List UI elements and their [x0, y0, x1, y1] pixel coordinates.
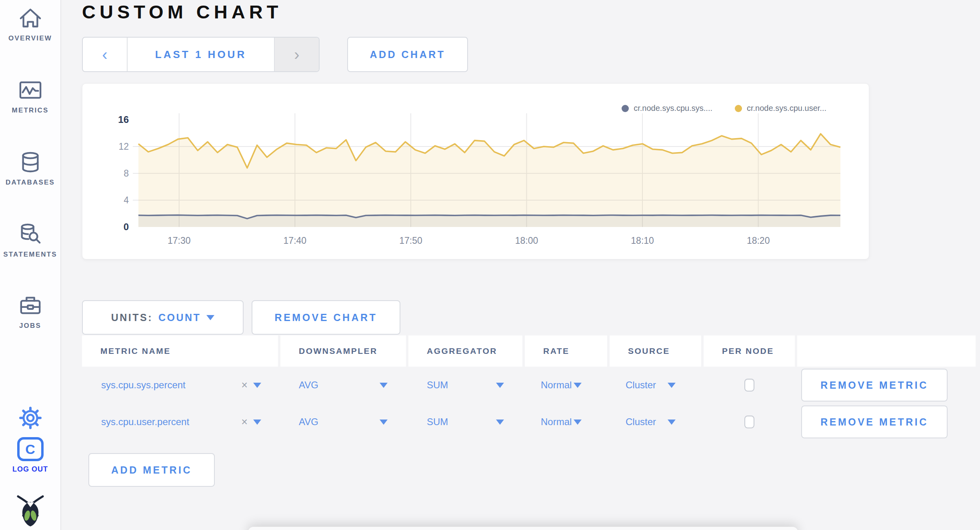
sidebar-item-statements[interactable]: STATEMENTS	[0, 223, 60, 259]
caret-down-icon	[253, 420, 261, 425]
legend-entry[interactable]: cr.node.sys.cpu.sys....	[622, 104, 712, 113]
next-chart-card-edge	[248, 527, 798, 530]
metrics-table: METRIC NAME DOWNSAMPLER AGGREGATOR RATE …	[82, 335, 976, 440]
col-header-per-node: PER NODE	[704, 335, 795, 367]
per-node-checkbox[interactable]	[744, 379, 754, 391]
logout-label: LOG OUT	[0, 465, 60, 474]
svg-text:18:10: 18:10	[631, 235, 654, 246]
svg-text:18:00: 18:00	[515, 235, 538, 246]
sidebar-item-label: METRICS	[0, 106, 60, 114]
caret-down-icon	[253, 383, 261, 388]
logo-letter: C	[25, 442, 35, 457]
remove-metric-button[interactable]: REMOVE METRIC	[801, 369, 948, 402]
svg-text:4: 4	[124, 195, 129, 205]
time-range-next-button[interactable]: ›	[274, 38, 319, 71]
sidebar-item-databases[interactable]: DATABASES	[0, 151, 60, 187]
source-dropdown[interactable]: Cluster	[610, 367, 701, 404]
col-header-aggregator: AGGREGATOR	[408, 335, 522, 367]
chart-card: cr.node.sys.cpu.sys.... cr.node.sys.cpu.…	[82, 83, 869, 259]
col-header-actions	[797, 335, 976, 367]
page-title: CUSTOM CHART	[82, 1, 282, 23]
aggregator-dropdown[interactable]: SUM	[408, 367, 522, 404]
chart-legend: cr.node.sys.cpu.sys.... cr.node.sys.cpu.…	[622, 104, 826, 113]
time-range-label: LAST 1 HOUR	[155, 48, 246, 61]
col-header-rate: RATE	[525, 335, 607, 367]
caret-down-icon	[380, 383, 388, 388]
sidebar-item-metrics[interactable]: METRICS	[0, 78, 60, 114]
metric-name: sys.cpu.sys.percent	[101, 379, 186, 391]
svg-text:0: 0	[124, 221, 129, 232]
caret-down-icon	[206, 315, 214, 320]
legend-dot	[735, 105, 742, 112]
per-node-cell	[704, 367, 795, 404]
actions-cell: REMOVE METRIC	[797, 404, 976, 440]
sidebar-item-jobs[interactable]: JOBS	[0, 294, 60, 330]
legend-label: cr.node.sys.cpu.user...	[747, 104, 826, 113]
clear-metric-icon[interactable]: ×	[241, 379, 248, 391]
legend-entry[interactable]: cr.node.sys.cpu.user...	[735, 104, 826, 113]
database-icon	[18, 151, 43, 174]
cockroach-logo[interactable]	[0, 494, 60, 528]
rate-dropdown[interactable]: Normal	[525, 404, 607, 440]
add-metric-label: ADD METRIC	[111, 464, 192, 476]
remove-chart-button[interactable]: REMOVE CHART	[252, 300, 400, 335]
svg-text:17:30: 17:30	[168, 235, 191, 246]
units-value: COUNT	[158, 312, 201, 323]
sidebar: OVERVIEW METRICS DATABASES	[0, 0, 61, 530]
remove-chart-label: REMOVE CHART	[275, 312, 378, 323]
caret-down-icon	[380, 420, 388, 425]
sidebar-item-overview[interactable]: OVERVIEW	[0, 6, 60, 42]
downsampler-dropdown[interactable]: AVG	[280, 367, 406, 404]
per-node-cell	[704, 404, 795, 440]
svg-text:16: 16	[118, 114, 129, 125]
svg-text:17:50: 17:50	[399, 235, 422, 246]
metric-name-dropdown[interactable]: sys.cpu.user.percent ×	[82, 404, 278, 440]
per-node-checkbox[interactable]	[744, 416, 754, 428]
briefcase-icon	[18, 294, 43, 317]
add-metric-button[interactable]: ADD METRIC	[88, 453, 215, 487]
chevron-right-icon: ›	[294, 46, 299, 62]
time-range-dropdown[interactable]: LAST 1 HOUR	[128, 38, 274, 71]
sidebar-item-label: DATABASES	[0, 179, 60, 187]
svg-text:18:20: 18:20	[747, 235, 770, 246]
actions-cell: REMOVE METRIC	[797, 367, 976, 404]
caret-down-icon	[574, 383, 582, 388]
legend-label: cr.node.sys.cpu.sys....	[634, 104, 712, 113]
home-icon	[18, 6, 43, 30]
metric-name: sys.cpu.user.percent	[101, 416, 189, 428]
svg-text:12: 12	[118, 141, 129, 152]
col-header-metric-name: METRIC NAME	[82, 335, 278, 367]
logout-button[interactable]: C LOG OUT	[0, 437, 60, 474]
custom-chart-page: OVERVIEW METRICS DATABASES	[0, 0, 980, 530]
settings-button[interactable]	[0, 407, 60, 431]
clear-metric-icon[interactable]: ×	[241, 416, 248, 428]
source-dropdown[interactable]: Cluster	[610, 404, 701, 440]
time-range-picker: ‹ LAST 1 HOUR ›	[82, 37, 320, 72]
rate-dropdown[interactable]: Normal	[525, 367, 607, 404]
remove-metric-button[interactable]: REMOVE METRIC	[801, 406, 948, 438]
legend-dot	[622, 105, 629, 112]
sidebar-item-label: JOBS	[0, 322, 60, 330]
metric-name-dropdown[interactable]: sys.cpu.sys.percent ×	[82, 367, 278, 404]
col-header-downsampler: DOWNSAMPLER	[280, 335, 406, 367]
cockroach-c-logo-icon: C	[17, 437, 44, 461]
time-range-prev-button[interactable]: ‹	[83, 38, 128, 71]
caret-down-icon	[574, 420, 582, 425]
chevron-left-icon: ‹	[102, 46, 107, 62]
svg-text:8: 8	[124, 168, 129, 179]
sidebar-item-label: STATEMENTS	[0, 251, 60, 259]
downsampler-dropdown[interactable]: AVG	[280, 404, 406, 440]
add-chart-label: ADD CHART	[370, 49, 445, 60]
cockroach-bug-icon	[16, 494, 45, 527]
units-dropdown[interactable]: UNITS: COUNT	[82, 300, 244, 335]
database-search-icon	[18, 223, 43, 246]
units-label: UNITS:	[111, 312, 153, 323]
caret-down-icon	[496, 383, 504, 388]
aggregator-dropdown[interactable]: SUM	[408, 404, 522, 440]
svg-text:17:40: 17:40	[284, 235, 307, 246]
col-header-source: SOURCE	[610, 335, 701, 367]
gear-icon	[19, 407, 42, 429]
sidebar-item-label: OVERVIEW	[0, 34, 60, 42]
add-chart-button[interactable]: ADD CHART	[347, 37, 468, 72]
caret-down-icon	[496, 420, 504, 425]
